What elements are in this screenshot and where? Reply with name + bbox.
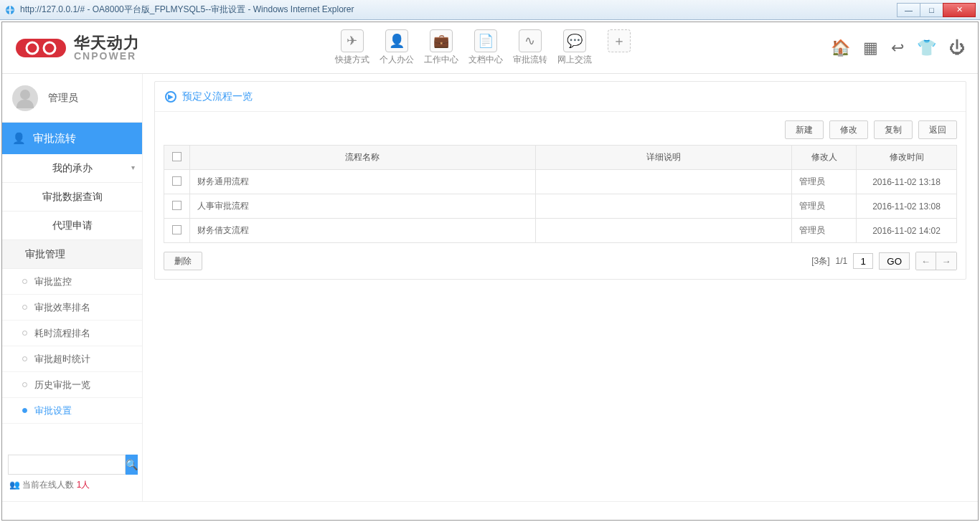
window-maximize-button[interactable]: □ — [920, 3, 943, 17]
window-minimize-button[interactable]: — — [897, 3, 920, 17]
ie-icon — [4, 4, 16, 16]
window-title: http://127.0.0.1/# - OA8000平台版_FPLMYSQL5… — [20, 4, 897, 16]
window-close-button[interactable]: ✕ — [943, 3, 976, 17]
window-titlebar: http://127.0.0.1/# - OA8000平台版_FPLMYSQL5… — [0, 0, 980, 20]
